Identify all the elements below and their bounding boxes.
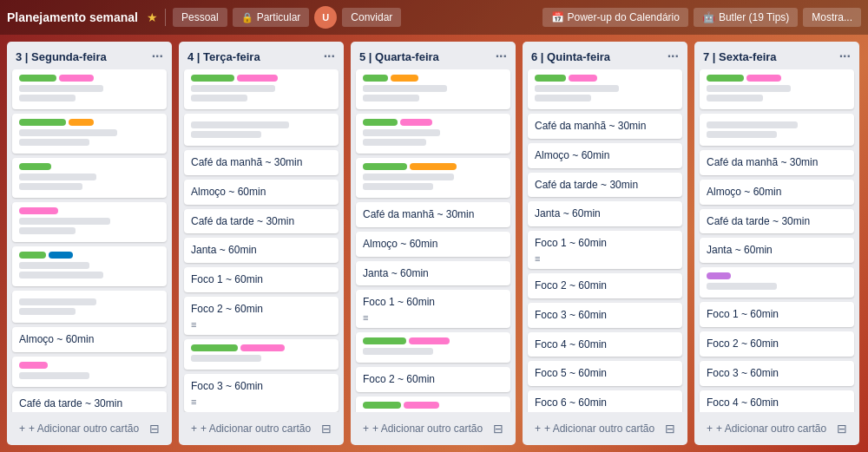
card[interactable]: Foco 1 ~ 60min [700,302,854,327]
card[interactable]: Almoço ~ 60min [700,180,854,205]
card-checklist-icon: ≡ [535,253,675,264]
label-green [363,75,388,82]
card[interactable]: Café da manhã ~ 30min [356,202,510,227]
card[interactable]: Almoço ~ 60min [184,180,339,205]
card-text: Foco 3 ~ 60min [191,379,332,394]
column-cards: Café da manhã ~ 30minAlmoço ~ 60minCafé … [523,69,687,412]
card[interactable]: Café da tarde ~ 30min [528,173,682,198]
card[interactable] [12,246,167,286]
plus-icon: + [535,423,541,435]
template-icon[interactable]: ⊟ [321,422,332,436]
card-line [707,121,798,128]
card[interactable]: Janta ~ 60min [528,201,682,226]
card[interactable] [12,357,167,387]
card[interactable]: Almoço ~ 60min [356,232,510,257]
card-lines [363,85,503,102]
label-blue [49,252,73,259]
header-right: 📅 Power-up do Calendário 🤖 Butler (19 Ti… [542,8,861,27]
card[interactable]: Foco 1 ~ 60min≡ [356,290,510,328]
private-btn[interactable]: 🔒 Particular [233,8,310,27]
card[interactable]: Almoço ~ 60min [528,143,682,168]
card[interactable]: Foco 3 ~ 60min [700,361,854,386]
card[interactable] [356,396,510,412]
card-line [19,139,89,146]
add-card-button[interactable]: ++ Adicionar outro cartão⊟ [356,416,510,441]
column-menu-icon[interactable]: ··· [496,49,507,64]
card[interactable] [12,114,167,154]
card[interactable] [184,339,339,370]
add-card-button[interactable]: ++ Adicionar outro cartão⊟ [12,416,167,441]
card[interactable] [356,114,510,154]
card[interactable]: Café da manhã ~ 30min [700,150,854,175]
card-text: Foco 2 ~ 60min [707,337,847,351]
card[interactable]: Café da manhã ~ 30min [528,114,682,139]
avatar[interactable]: U [314,6,337,29]
card[interactable]: Almoço ~ 60min [12,327,167,352]
card-text: Almoço ~ 60min [19,332,160,347]
card-lines [19,298,160,315]
label-green [19,252,46,259]
header: Planejamento semanal ★ Pessoal 🔒 Particu… [0,0,868,35]
card[interactable]: Foco 2 ~ 60min [700,331,854,357]
card[interactable] [12,69,167,109]
card[interactable]: Foco 1 ~ 60min [184,267,339,292]
card[interactable] [356,69,510,109]
card[interactable] [12,202,167,242]
card[interactable]: Café da tarde ~ 30min [12,391,167,412]
card-line [19,262,89,269]
card[interactable] [12,158,167,198]
add-card-button[interactable]: ++ Adicionar outro cartão⊟ [528,416,682,441]
card[interactable]: Foco 1 ~ 60min≡ [528,231,682,269]
card[interactable]: Café da manhã ~ 30min [184,150,339,175]
card[interactable]: Foco 2 ~ 60min [528,273,682,298]
plus-icon: + [19,423,25,435]
card[interactable]: Café da tarde ~ 30min [700,209,854,234]
calendar-btn[interactable]: 📅 Power-up do Calendário [542,8,688,27]
card[interactable]: Foco 2 ~ 60min [356,367,510,392]
personal-btn[interactable]: Pessoal [173,8,227,27]
invite-btn[interactable]: Convidar [342,8,401,27]
template-icon[interactable]: ⊟ [493,422,503,436]
add-card-button[interactable]: ++ Adicionar outro cartão⊟ [700,416,854,441]
card[interactable] [700,114,854,146]
card[interactable]: Café da tarde ~ 30min [184,209,339,234]
card-line [19,298,96,305]
column-menu-icon[interactable]: ··· [839,49,851,64]
card[interactable] [184,114,339,146]
column-header: 5 | Quarta-feira··· [351,42,516,69]
add-card-button[interactable]: ++ Adicionar outro cartão⊟ [184,416,339,441]
card[interactable]: Foco 6 ~ 60min [528,390,682,412]
card-text: Foco 2 ~ 60min [535,278,675,293]
template-icon[interactable]: ⊟ [665,422,675,436]
more-btn[interactable]: Mostra... [803,8,861,27]
card[interactable]: Janta ~ 60min [184,238,339,263]
card-labels [363,337,503,344]
card[interactable]: Foco 3 ~ 60min [528,303,682,328]
column-menu-icon[interactable]: ··· [152,49,163,64]
template-icon[interactable]: ⊟ [149,422,160,436]
card[interactable]: Foco 2 ~ 60min≡ [184,297,339,335]
card[interactable] [528,69,682,109]
card-line [19,85,103,92]
column-menu-icon[interactable]: ··· [667,49,679,64]
column-col4: 6 | Quinta-feira···Café da manhã ~ 30min… [523,42,687,445]
card[interactable]: Foco 4 ~ 60min [700,390,854,412]
column-menu-icon[interactable]: ··· [324,49,335,64]
card[interactable] [700,267,854,298]
card[interactable]: Janta ~ 60min [356,261,510,286]
label-pink [569,75,597,82]
butler-btn[interactable]: 🤖 Butler (19 Tips) [694,8,798,27]
card[interactable] [184,69,339,109]
template-icon[interactable]: ⊟ [837,422,847,436]
star-icon[interactable]: ★ [147,10,158,24]
card[interactable] [356,158,510,198]
card[interactable] [12,291,167,323]
card[interactable]: Foco 4 ~ 60min [528,332,682,357]
card[interactable]: Janta ~ 60min [700,238,854,263]
card-line [19,183,82,190]
card[interactable] [700,69,854,109]
card[interactable]: Foco 5 ~ 60min [528,361,682,386]
card-line [191,85,275,92]
card[interactable] [356,332,510,363]
card[interactable]: Foco 3 ~ 60min≡ [184,374,339,412]
